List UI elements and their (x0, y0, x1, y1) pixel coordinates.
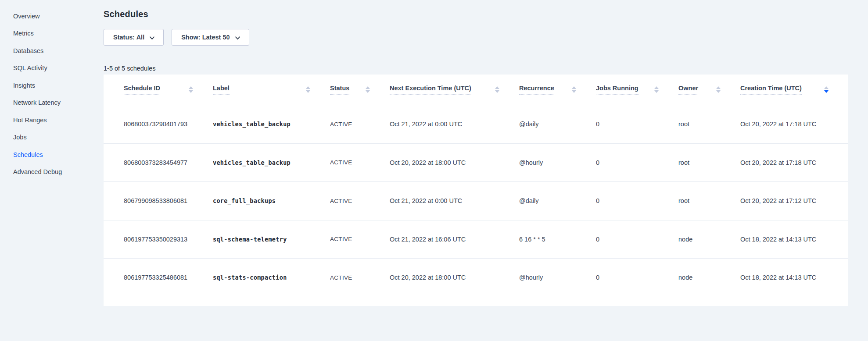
sidebar-item-label: Network Latency (13, 99, 61, 106)
chevron-down-icon (235, 35, 240, 41)
cell-label: core_full_backups (213, 182, 330, 220)
sort-icon (306, 86, 310, 93)
sort-icon (572, 86, 576, 93)
table-row: 806799098533806081 core_full_backups ACT… (104, 182, 848, 220)
cell-label: sql-stats-compaction (213, 259, 330, 297)
filter-toolbar: Status: All Show: Latest 50 (104, 29, 848, 46)
cell-jobs-running: 0 (596, 259, 678, 297)
table-header-row: Schedule ID Label Status Next Execution … (104, 75, 848, 105)
cell-recurrence: @daily (519, 182, 596, 220)
cell-jobs-running: 0 (596, 220, 678, 259)
cell-schedule-id: 806799098533806081 (124, 182, 213, 220)
cell-status: ACTIVE (330, 144, 390, 182)
cell-owner: root (678, 144, 740, 182)
show-latest-dropdown[interactable]: Show: Latest 50 (172, 29, 249, 46)
schedules-table-card: Schedule ID Label Status Next Execution … (104, 75, 848, 306)
cell-creation-time: Oct 20, 2022 at 17:18 UTC (740, 105, 848, 143)
cell-schedule-id: 806197753350029313 (124, 220, 213, 259)
cell-jobs-running: 0 (596, 182, 678, 220)
sort-icon (495, 86, 499, 93)
sidebar-item-label: Overview (13, 13, 39, 20)
sidebar-item-label: Metrics (13, 30, 34, 37)
column-header-label: Creation Time (UTC) (740, 85, 802, 95)
sort-icon (654, 86, 659, 93)
sort-icon (189, 86, 193, 93)
cell-status: ACTIVE (330, 220, 390, 259)
cell-recurrence: @hourly (519, 259, 596, 297)
sidebar-nav: Overview Metrics Databases SQL Activity … (0, 0, 104, 341)
column-header-label: Label (213, 85, 230, 95)
sidebar-item-label: Hot Ranges (13, 117, 47, 124)
sidebar-item-label: SQL Activity (13, 64, 47, 71)
sidebar-item-schedules[interactable]: Schedules (0, 146, 104, 163)
column-header-owner[interactable]: Owner (678, 75, 740, 105)
sidebar-item-jobs[interactable]: Jobs (0, 129, 104, 146)
cell-owner: root (678, 182, 740, 220)
sort-desc-icon (824, 86, 829, 93)
column-header-jobs-running[interactable]: Jobs Running (596, 75, 678, 105)
cell-owner: root (678, 105, 740, 143)
sort-icon (366, 86, 370, 93)
sidebar-item-overview[interactable]: Overview (0, 7, 104, 25)
cell-jobs-running: 0 (596, 144, 678, 182)
cell-next-execution: Oct 20, 2022 at 18:00 UTC (390, 144, 519, 182)
column-header-label: Schedule ID (124, 85, 160, 95)
status-filter-label: Status: All (113, 34, 144, 41)
page-title: Schedules (104, 9, 848, 19)
cell-next-execution: Oct 21, 2022 at 0:00 UTC (390, 105, 519, 143)
cell-schedule-id: 806800373290401793 (124, 105, 213, 143)
column-header-label: Owner (678, 85, 698, 95)
sidebar-item-label: Advanced Debug (13, 168, 62, 175)
column-header-status[interactable]: Status (330, 75, 390, 105)
column-header-next-execution-time[interactable]: Next Execution Time (UTC) (390, 75, 519, 105)
cell-schedule-id: 806800373283454977 (124, 144, 213, 182)
cell-creation-time: Oct 20, 2022 at 17:12 UTC (740, 182, 848, 220)
cell-owner: node (678, 259, 740, 297)
main-content: Schedules Status: All Show: Latest 50 1-… (104, 0, 848, 306)
cell-schedule-id: 806197753325486081 (124, 259, 213, 297)
table-row: 806197753325486081 sql-stats-compaction … (104, 259, 848, 297)
cell-creation-time: Oct 18, 2022 at 14:13 UTC (740, 220, 848, 259)
cell-label: sql-schema-telemetry (213, 220, 330, 259)
cell-recurrence: @hourly (519, 144, 596, 182)
column-header-recurrence[interactable]: Recurrence (519, 75, 596, 105)
column-header-label[interactable]: Label (213, 75, 330, 105)
sidebar-item-insights[interactable]: Insights (0, 77, 104, 94)
sidebar-item-advanced-debug[interactable]: Advanced Debug (0, 163, 104, 181)
results-count: 1-5 of 5 schedules (104, 65, 848, 72)
cell-recurrence: 6 16 * * 5 (519, 220, 596, 259)
status-filter-dropdown[interactable]: Status: All (104, 29, 164, 46)
sidebar-item-sql-activity[interactable]: SQL Activity (0, 60, 104, 77)
cell-label: vehicles_table_backup (213, 144, 330, 182)
show-latest-label: Show: Latest 50 (181, 34, 230, 41)
column-header-label: Jobs Running (596, 85, 638, 95)
sidebar-item-hot-ranges[interactable]: Hot Ranges (0, 111, 104, 129)
column-header-label: Status (330, 85, 349, 95)
sidebar-item-databases[interactable]: Databases (0, 42, 104, 60)
cell-jobs-running: 0 (596, 105, 678, 143)
column-header-creation-time[interactable]: Creation Time (UTC) (740, 75, 848, 105)
cell-status: ACTIVE (330, 105, 390, 143)
cell-creation-time: Oct 18, 2022 at 14:13 UTC (740, 259, 848, 297)
sidebar-item-metrics[interactable]: Metrics (0, 25, 104, 43)
sidebar-item-label: Jobs (13, 134, 27, 141)
sidebar-item-label: Schedules (13, 151, 43, 158)
cell-next-execution: Oct 21, 2022 at 16:06 UTC (390, 220, 519, 259)
cell-status: ACTIVE (330, 259, 390, 297)
cell-owner: node (678, 220, 740, 259)
sidebar-item-network-latency[interactable]: Network Latency (0, 94, 104, 112)
table-row: 806800373283454977 vehicles_table_backup… (104, 144, 848, 182)
cell-next-execution: Oct 21, 2022 at 0:00 UTC (390, 182, 519, 220)
column-header-schedule-id[interactable]: Schedule ID (124, 75, 213, 105)
cell-next-execution: Oct 20, 2022 at 18:00 UTC (390, 259, 519, 297)
chevron-down-icon (149, 35, 155, 41)
sort-icon (716, 86, 721, 93)
column-header-label: Next Execution Time (UTC) (390, 85, 471, 95)
sidebar-item-label: Insights (13, 82, 35, 89)
cell-label: vehicles_table_backup (213, 105, 330, 143)
table-row: 806800373290401793 vehicles_table_backup… (104, 105, 848, 144)
cell-creation-time: Oct 20, 2022 at 17:18 UTC (740, 144, 848, 182)
sidebar-item-label: Databases (13, 47, 43, 54)
cell-recurrence: @daily (519, 105, 596, 143)
table-row: 806197753350029313 sql-schema-telemetry … (104, 220, 848, 259)
